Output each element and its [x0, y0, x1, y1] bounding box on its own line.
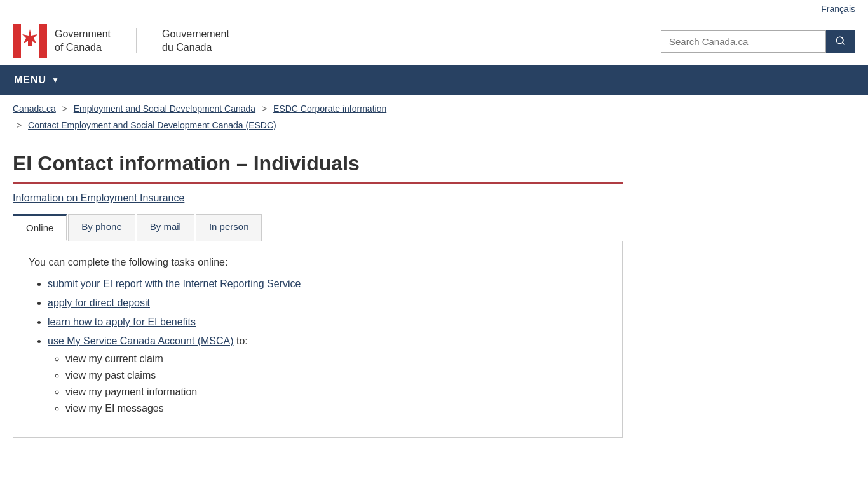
list-item: view my past claims — [65, 370, 607, 381]
breadcrumb-sep-2: > — [262, 104, 267, 114]
breadcrumb-contact-esdc[interactable]: Contact Employment and Social Developmen… — [28, 120, 276, 130]
gov-fr-line2: du Canada — [162, 42, 212, 53]
search-input[interactable] — [661, 30, 826, 53]
breadcrumb: Canada.ca > Employment and Social Develo… — [0, 95, 868, 118]
menu-label: MENU — [14, 74, 46, 86]
breadcrumb-canada[interactable]: Canada.ca — [13, 104, 56, 114]
menu-chevron-icon: ▼ — [51, 76, 60, 85]
msca-link[interactable]: use My Service Canada Account (MSCA) — [48, 336, 234, 346]
tab-online-content: You can complete the following tasks onl… — [13, 241, 623, 438]
tab-in-person[interactable]: In person — [196, 214, 262, 241]
tab-intro-text: You can complete the following tasks onl… — [29, 257, 607, 268]
search-button[interactable] — [826, 30, 855, 53]
breadcrumb-sep-1: > — [62, 104, 67, 114]
language-bar: Français — [0, 0, 868, 18]
tab-bar: Online By phone By mail In person — [13, 214, 623, 241]
main-content: EI Contact information – Individuals Inf… — [0, 139, 635, 457]
search-icon — [835, 36, 846, 47]
menu-button[interactable]: MENU ▼ — [0, 65, 74, 95]
svg-rect-0 — [13, 24, 21, 58]
breadcrumb-row2: > Contact Employment and Social Developm… — [0, 118, 868, 139]
svg-rect-1 — [39, 24, 47, 58]
ei-report-link[interactable]: submit your EI report with the Internet … — [48, 278, 301, 289]
gov-en-line2: of Canada — [55, 42, 102, 53]
french-link[interactable]: Français — [821, 4, 855, 14]
task-list: submit your EI report with the Internet … — [29, 278, 607, 414]
breadcrumb-esdc[interactable]: Employment and Social Development Canada — [74, 104, 255, 114]
gov-fr-line1: Gouvernement — [162, 29, 229, 39]
title-divider — [13, 182, 623, 184]
tab-mail[interactable]: By mail — [137, 214, 194, 241]
tab-online[interactable]: Online — [13, 214, 67, 241]
gov-en-line1: Government — [55, 29, 111, 39]
list-item: apply for direct deposit — [48, 297, 607, 309]
logo-area: Government of Canada Gouvernement du Can… — [13, 24, 229, 58]
breadcrumb-sep-3: > — [17, 120, 22, 130]
search-area — [661, 30, 855, 53]
tab-phone[interactable]: By phone — [68, 214, 135, 241]
navigation-bar: MENU ▼ — [0, 65, 868, 95]
direct-deposit-link[interactable]: apply for direct deposit — [48, 297, 150, 308]
list-item: view my current claim — [65, 353, 607, 365]
msca-suffix: to: — [236, 336, 248, 346]
list-item: submit your EI report with the Internet … — [48, 278, 607, 290]
logo-divider — [136, 28, 137, 53]
list-item: view my payment information — [65, 386, 607, 398]
list-item: view my EI messages — [65, 403, 607, 414]
site-header: Government of Canada Gouvernement du Can… — [0, 18, 868, 65]
canada-flag-icon — [13, 24, 47, 58]
ei-info-link[interactable]: Information on Employment Insurance — [13, 193, 184, 204]
page-title: EI Contact information – Individuals — [13, 152, 623, 175]
breadcrumb-esdc-corp[interactable]: ESDC Corporate information — [273, 104, 386, 114]
svg-rect-4 — [28, 40, 32, 46]
list-item-msca: use My Service Canada Account (MSCA) to:… — [48, 336, 607, 414]
apply-ei-link[interactable]: learn how to apply for EI benefits — [48, 316, 196, 327]
msca-sub-list: view my current claim view my past claim… — [48, 353, 607, 414]
list-item: learn how to apply for EI benefits — [48, 316, 607, 328]
government-name: Government of Canada Gouvernement du Can… — [55, 28, 229, 55]
